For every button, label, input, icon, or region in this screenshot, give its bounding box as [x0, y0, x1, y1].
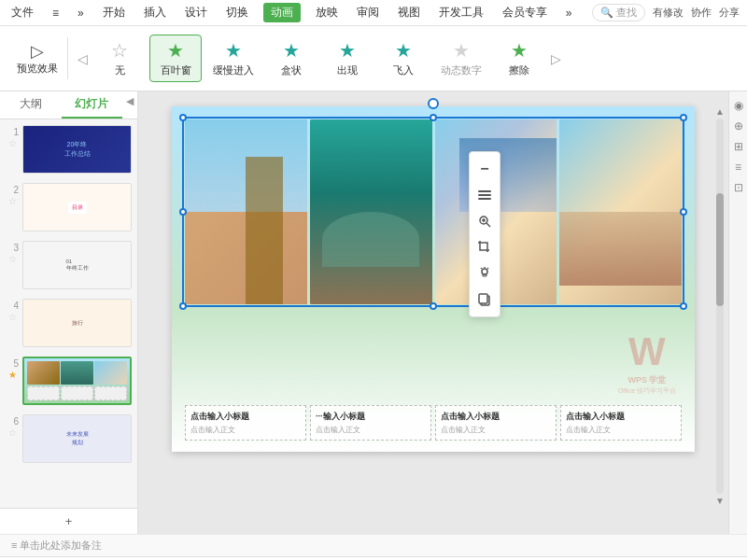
right-icon-5[interactable]: ⊡ — [734, 181, 743, 194]
text-box-2-title: ···输入小标题 — [316, 411, 426, 423]
animation-dynamic[interactable]: ★ 动态数字 — [433, 35, 489, 81]
slide-star-5[interactable]: ★ — [8, 370, 17, 380]
none-label: 无 — [115, 63, 125, 77]
add-slide-button[interactable]: + — [0, 508, 137, 534]
menu-switch[interactable]: 切换 — [222, 3, 252, 22]
slide-star-6[interactable]: ☆ — [8, 427, 17, 438]
menu-play[interactable]: 放映 — [312, 3, 342, 22]
status-bar: 幻灯片 5 / 10 | Office 主题 | 三 备注 | □ 批注 ⊞ 品… — [0, 556, 747, 560]
slide-star-3[interactable]: ☆ — [8, 254, 17, 264]
float-minus-btn[interactable]: − — [470, 156, 500, 182]
scroll-up-btn[interactable]: ▲ — [715, 106, 725, 117]
text-box-1[interactable]: 点击输入小标题 点击输入正文 — [185, 405, 306, 441]
menu-member[interactable]: 会员专享 — [499, 3, 551, 22]
animation-blind[interactable]: ★ 百叶窗 — [149, 35, 202, 82]
float-layers-btn[interactable] — [470, 182, 500, 208]
slide-thumb-4[interactable]: 旅行 — [22, 299, 132, 347]
add-icon: + — [65, 514, 73, 528]
float-copy-btn[interactable] — [470, 287, 500, 313]
menu-view[interactable]: 视图 — [394, 3, 424, 22]
svg-point-7 — [482, 269, 487, 274]
scroll-controls: ▲ ▼ — [713, 106, 726, 506]
menu-insert[interactable]: 插入 — [140, 3, 170, 22]
menu-animation[interactable]: 动画 — [263, 3, 301, 22]
float-zoom-btn[interactable] — [470, 208, 500, 234]
menu-design[interactable]: 设计 — [181, 3, 211, 22]
blind-label: 百叶窗 — [161, 63, 191, 77]
collapse-panel-btn[interactable]: ◀ — [122, 91, 137, 119]
float-light-btn[interactable] — [470, 260, 500, 287]
copy-icon — [477, 292, 492, 307]
slide-thumb-2[interactable]: 目录 — [22, 183, 132, 231]
text-box-4-title: 点击输入小标题 — [566, 411, 676, 423]
share-icon[interactable]: 分享 — [719, 6, 740, 20]
slide-list: 1 ☆ 20年终工作总结 2 ☆ 目录 — [0, 119, 137, 508]
slide-thumb-1[interactable]: 20年终工作总结 — [22, 125, 132, 174]
slide-item-3[interactable]: 3 ☆ 01年终工作 — [4, 239, 134, 291]
right-panel: ◉ ⊕ ⊞ ≡ ⊡ — [728, 91, 747, 534]
text-box-4[interactable]: 点击输入小标题 点击输入正文 — [560, 405, 682, 441]
slide-num-1: 1 — [6, 127, 19, 137]
right-icon-4[interactable]: ≡ — [735, 161, 741, 174]
search-box[interactable]: 🔍 查找 — [592, 4, 645, 21]
wps-logo: W — [618, 329, 676, 374]
slide-star-2[interactable]: ☆ — [8, 196, 17, 206]
right-icon-2[interactable]: ⊕ — [734, 119, 743, 133]
float-crop-btn[interactable] — [470, 234, 500, 260]
menu-start[interactable]: 开始 — [99, 3, 129, 22]
title-bar: 文件 ≡ » 开始 插入 设计 切换 动画 放映 审阅 视图 开发工具 会员专享… — [0, 0, 747, 26]
menu-icon[interactable]: ≡ — [49, 5, 63, 21]
animation-wipe[interactable]: ★ 擦除 — [493, 35, 545, 81]
tab-outline[interactable]: 大纲 — [0, 91, 62, 119]
menu-review[interactable]: 审阅 — [353, 3, 383, 22]
notes-placeholder[interactable]: ≡ 单击此处添加备注 — [11, 539, 102, 553]
slide-preview-2: 目录 — [23, 184, 131, 231]
text-box-3[interactable]: 点击输入小标题 点击输入正文 — [435, 405, 557, 441]
animation-fade[interactable]: ★ 缓慢进入 — [205, 35, 261, 81]
right-icon-1[interactable]: ◉ — [734, 99, 743, 112]
slide-star-1[interactable]: ☆ — [8, 138, 17, 148]
collab-icon[interactable]: 协作 — [691, 6, 712, 20]
slide-thumb-3[interactable]: 01年终工作 — [22, 241, 132, 289]
slide-preview-3: 01年终工作 — [23, 242, 131, 288]
text-box-2-body: 点击输入正文 — [316, 425, 426, 435]
wps-tagline: WPS 学堂 — [618, 374, 676, 386]
float-context-toolbar: − — [469, 151, 500, 317]
slide-item-5[interactable]: 5 ★ — [4, 355, 134, 407]
appear-label: 出现 — [337, 63, 358, 77]
menu-more2[interactable]: » — [562, 5, 576, 21]
image-group[interactable] — [185, 119, 682, 304]
scroll-down-btn[interactable]: ▼ — [715, 496, 725, 506]
slide-star-4[interactable]: ☆ — [8, 312, 17, 322]
menu-devtools[interactable]: 开发工具 — [435, 3, 487, 22]
slide-item-1[interactable]: 1 ☆ 20年终工作总结 — [4, 123, 134, 175]
toolbar-nav-right[interactable]: ▷ — [549, 49, 563, 68]
main-area: 大纲 幻灯片 ◀ 1 ☆ 20年终工作总结 — [0, 91, 747, 534]
preview-button[interactable]: ▷ 预览效果 — [7, 37, 68, 79]
toolbar-nav-left[interactable]: ◁ — [76, 49, 90, 68]
tab-slides[interactable]: 幻灯片 — [62, 91, 123, 119]
text-box-2[interactable]: ···输入小标题 点击输入正文 — [310, 405, 431, 441]
scroll-thumb[interactable] — [716, 193, 724, 306]
svg-rect-0 — [478, 190, 491, 192]
right-icon-3[interactable]: ⊞ — [734, 140, 743, 153]
scroll-track — [716, 119, 724, 494]
slide-item-6[interactable]: 6 ☆ 未来发展规划 — [4, 413, 134, 465]
search-icon: 🔍 — [600, 7, 613, 19]
slide-preview-5 — [24, 358, 130, 403]
animation-fly[interactable]: ★ 飞入 — [377, 35, 430, 81]
menu-more1[interactable]: » — [74, 5, 88, 21]
slide-thumb-5[interactable] — [22, 357, 132, 405]
animation-appear[interactable]: ★ 出现 — [321, 35, 374, 81]
slide-canvas[interactable]: 点击输入小标题 点击输入正文 ···输入小标题 点击输入正文 点击输入小标题 点… — [172, 106, 695, 452]
slide-item-2[interactable]: 2 ☆ 目录 — [4, 181, 134, 233]
modify-icon[interactable]: 有修改 — [653, 6, 684, 20]
slide-preview-4: 旅行 — [23, 300, 131, 346]
animation-box[interactable]: ★ 盒状 — [265, 35, 317, 81]
crop-icon — [477, 240, 492, 255]
slide-thumb-6[interactable]: 未来发展规划 — [22, 414, 132, 463]
menu-file[interactable]: 文件 — [7, 3, 37, 22]
animation-none[interactable]: ☆ 无 — [93, 35, 146, 81]
slide-item-4[interactable]: 4 ☆ 旅行 — [4, 297, 134, 349]
wipe-icon: ★ — [511, 39, 528, 62]
